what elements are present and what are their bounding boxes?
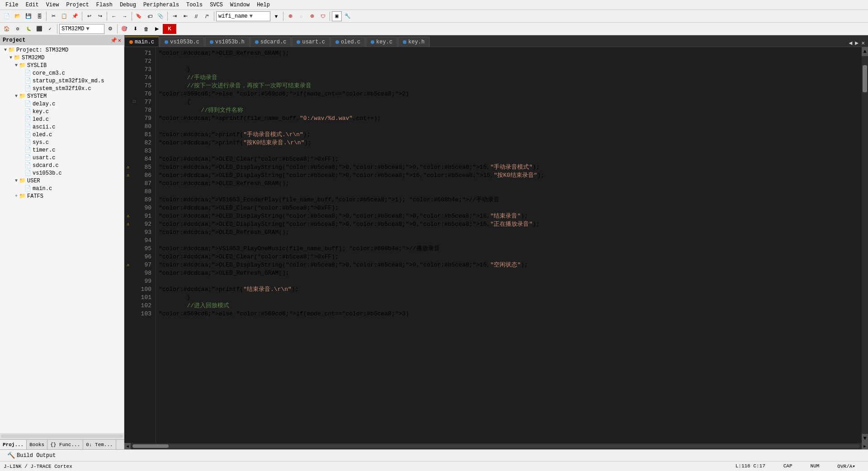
- hscroll-left[interactable]: ◀: [124, 443, 131, 449]
- menu-flash[interactable]: Flash: [93, 1, 116, 9]
- code-line[interactable]: [159, 187, 862, 195]
- expand-icon[interactable]: ▼: [14, 63, 19, 68]
- run-button[interactable]: ○: [296, 11, 306, 21]
- tree-item-delay[interactable]: + 📄 delay.c: [0, 100, 124, 108]
- code-line[interactable]: //手动录音: [159, 73, 862, 81]
- expand-icon[interactable]: ▼: [3, 48, 8, 52]
- menu-peripherals[interactable]: Peripherals: [140, 1, 183, 9]
- tab-scroll-left[interactable]: ◀: [848, 39, 854, 47]
- code-line[interactable]: [159, 277, 862, 285]
- bookmark1-button[interactable]: 🔖: [134, 11, 144, 21]
- copy-button[interactable]: 📋: [59, 11, 69, 21]
- tree-item-project-root[interactable]: ▼ 📁 Project: STM32MD: [0, 46, 124, 54]
- code-line[interactable]: "color:#dcdcaa;">OLED_Refresh_GRAM();: [159, 269, 862, 277]
- bookmark2-button[interactable]: 🏷: [145, 11, 155, 21]
- menu-edit[interactable]: Edit: [22, 1, 42, 9]
- code-line[interactable]: "color:#dcdcaa;">VS1053_PlayOneMusic(fil…: [159, 244, 862, 252]
- tree-item-core-cm3[interactable]: + 📄 core_cm3.c: [0, 69, 124, 77]
- code-line[interactable]: //按下一次进行录音，再按下一次即可结束录音: [159, 81, 862, 90]
- expand-icon[interactable]: ▼: [14, 94, 19, 99]
- code-line[interactable]: //进入回放模式: [159, 301, 862, 309]
- code-line[interactable]: "color:#dcdcaa;">OLED_Clear("color:#b5ce…: [159, 155, 862, 163]
- hscroll-thumb[interactable]: [132, 444, 169, 448]
- code-line[interactable]: "color:#dcdcaa;">printf("结束录音.\r\n");: [159, 285, 862, 293]
- tree-item-ascii[interactable]: + 📄 ascii.c: [0, 123, 124, 131]
- scroll-thumb[interactable]: [863, 65, 867, 92]
- stop-run-button[interactable]: ⊗: [307, 11, 317, 21]
- new-file-button[interactable]: 📄: [2, 11, 12, 21]
- tree-item-vs1053b[interactable]: + 📄 vs1053b.c: [0, 169, 124, 177]
- code-line[interactable]: //得到文件名称: [159, 106, 862, 114]
- indent-button[interactable]: ⇥: [170, 11, 179, 21]
- build-output-tab-button[interactable]: 🔨 Build Output: [4, 451, 59, 460]
- tree-item-key[interactable]: + 📄 key.c: [0, 108, 124, 115]
- tab-main-c[interactable]: main.c: [124, 37, 159, 47]
- window-mode-button[interactable]: ▣: [332, 11, 342, 21]
- code-line[interactable]: "color:#dcdcaa;">OLED_Clear("color:#b5ce…: [159, 204, 862, 212]
- menu-project[interactable]: Project: [62, 1, 92, 9]
- bookmark3-button[interactable]: 📎: [156, 11, 165, 21]
- code-line[interactable]: }: [159, 65, 862, 73]
- tree-item-startup[interactable]: + 📄 startup_stm32f10x_md.s: [0, 77, 124, 85]
- project-dropdown[interactable]: STM32MD ▼: [59, 24, 104, 34]
- download-button[interactable]: ⬇: [130, 24, 140, 34]
- tree-item-oled-sys[interactable]: + 📄 oled.c: [0, 131, 124, 138]
- expand-icon[interactable]: +: [14, 194, 19, 199]
- erase-button[interactable]: 🗑: [141, 24, 151, 34]
- code-line[interactable]: "color:#dcdcaa;">OLED_Refresh_GRAM();: [159, 179, 862, 187]
- target-select-button[interactable]: ⊕: [285, 11, 295, 21]
- scroll-up-button[interactable]: ▲: [862, 47, 868, 56]
- save-button[interactable]: 💾: [24, 11, 33, 21]
- hscroll-track[interactable]: [132, 444, 860, 448]
- scroll-down-button[interactable]: ▼: [862, 434, 868, 443]
- menu-help[interactable]: Help: [253, 1, 274, 9]
- sidebar-tab-project[interactable]: Proj...: [0, 440, 27, 449]
- tab-scroll-right[interactable]: ▶: [854, 39, 860, 47]
- tab-sdcard-c[interactable]: sdcard.c: [250, 37, 292, 47]
- sidebar-tab-templ[interactable]: 0↓ Tem...: [83, 440, 116, 449]
- code-line[interactable]: "color:#569cd6;">else "color:#569cd6;">i…: [159, 309, 862, 318]
- extra-button[interactable]: ⬛: [34, 24, 44, 34]
- tab-oled-c[interactable]: oled.c: [330, 37, 365, 47]
- hscroll-right[interactable]: ▶: [862, 443, 868, 449]
- code-line[interactable]: [159, 122, 862, 130]
- code-scroll[interactable]: "color:#dcdcaa;">OLED_Refresh_GRAM(); } …: [156, 47, 862, 443]
- tree-item-sys[interactable]: + 📄 sys.c: [0, 138, 124, 146]
- debug2-button[interactable]: 🐛: [24, 24, 33, 34]
- tree-item-user-folder[interactable]: ▼ 📁 USER: [0, 177, 124, 185]
- save-all-button[interactable]: 🗄: [34, 11, 44, 21]
- code-line[interactable]: "color:#dcdcaa;">OLED_DisplayString("col…: [159, 220, 862, 228]
- open-file-button[interactable]: 📂: [13, 11, 23, 21]
- menu-debug[interactable]: Debug: [116, 1, 140, 9]
- expand-icon[interactable]: ▼: [8, 55, 14, 60]
- comment-button[interactable]: //: [191, 11, 201, 21]
- code-line[interactable]: "color:#dcdcaa;">printf("按K0结束录音.\r\n");: [159, 138, 862, 147]
- sidebar-tab-books[interactable]: Books: [27, 440, 47, 449]
- unindent-button[interactable]: ⇤: [180, 11, 190, 21]
- code-line[interactable]: "color:#dcdcaa;">OLED_Clear("color:#b5ce…: [159, 252, 862, 261]
- debug-mode-button[interactable]: 🛡: [318, 11, 328, 21]
- tab-close-all[interactable]: ✕: [860, 39, 866, 47]
- menu-svcs[interactable]: SVCS: [206, 1, 226, 9]
- nav-fwd-button[interactable]: →: [120, 11, 130, 21]
- tree-item-syslib[interactable]: ▼ 📁 SYSLIB: [0, 62, 124, 69]
- cut-button[interactable]: ✂: [48, 11, 58, 21]
- code-line[interactable]: {: [159, 98, 862, 106]
- tab-vs1053b-c[interactable]: vs1053b.c: [160, 37, 204, 47]
- vertical-scrollbar[interactable]: ▲ ▼: [862, 47, 868, 443]
- uncomment-button[interactable]: /*: [202, 11, 212, 21]
- check-button[interactable]: ✓: [45, 24, 55, 34]
- code-line[interactable]: "color:#dcdcaa;">VS1053_EcoderPlay(file_…: [159, 195, 862, 204]
- expand-icon[interactable]: ▼: [14, 178, 19, 183]
- horizontal-scrollbar[interactable]: ◀ ▶: [124, 443, 868, 449]
- code-line[interactable]: }: [159, 293, 862, 301]
- menu-file[interactable]: File: [2, 1, 22, 9]
- code-line[interactable]: "color:#dcdcaa;">OLED_DisplayString("col…: [159, 171, 862, 179]
- sidebar-tab-func[interactable]: {} Func...: [47, 440, 83, 449]
- tree-item-timer[interactable]: + 📄 timer.c: [0, 146, 124, 154]
- sidebar-hscroll[interactable]: [0, 433, 124, 439]
- panel-close-button[interactable]: ✕: [118, 37, 121, 44]
- target-dropdown[interactable]: wifi_name ▼: [216, 11, 270, 21]
- target-cfg-button[interactable]: 🎯: [119, 24, 129, 34]
- redo-button[interactable]: ↪: [95, 11, 105, 21]
